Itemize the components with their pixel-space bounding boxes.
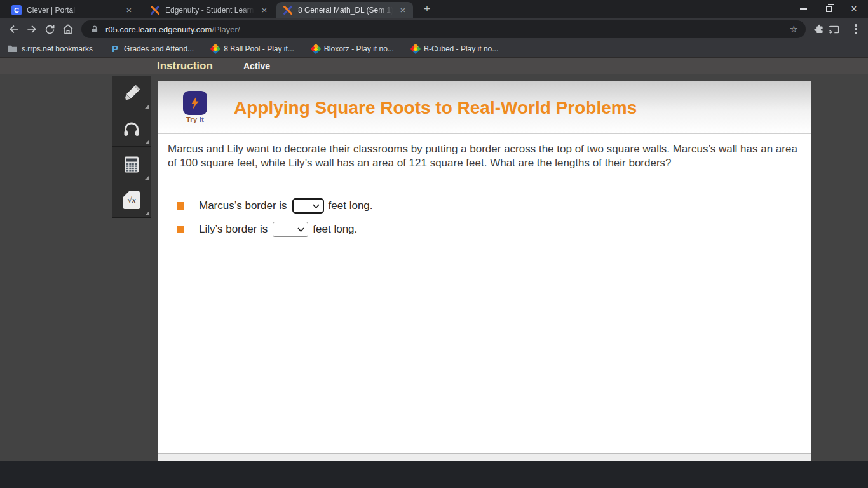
address-bar[interactable]: r05.core.learn.edgenuity.com/Player/ ☆ xyxy=(81,20,806,38)
bookmark-label: Grades and Attend... xyxy=(124,44,194,53)
bookmark-label: 8 Ball Pool - Play it... xyxy=(224,44,294,53)
bookmark-label: B-Cubed - Play it no... xyxy=(424,44,498,53)
back-button[interactable] xyxy=(5,20,23,38)
lesson-title: Applying Square Roots to Real-World Prob… xyxy=(234,98,637,118)
restore-icon xyxy=(826,6,832,12)
window-controls: × xyxy=(790,0,867,18)
close-icon: × xyxy=(851,4,857,14)
bookmark-label: Bloxorz - Play it no... xyxy=(324,44,394,53)
forward-icon xyxy=(25,23,38,36)
answer-row-marcus: Marcus’s border is feet long. xyxy=(177,198,373,214)
home-icon xyxy=(62,23,74,36)
lock-icon xyxy=(90,24,99,34)
instruction-label: Instruction xyxy=(157,60,213,72)
bookmark-label: s.rrps.net bookmarks xyxy=(22,44,93,53)
coolmath-icon xyxy=(310,43,321,54)
cast-icon xyxy=(828,24,840,36)
expand-corner-icon xyxy=(145,175,149,180)
url-path: /Player/ xyxy=(212,25,240,34)
answer-suffix: feet long. xyxy=(313,223,357,236)
edgenuity-player-page: Instruction Active xyxy=(0,57,868,461)
bullet-square-icon xyxy=(177,226,184,233)
folder-icon xyxy=(8,44,17,53)
tryit-label: Try It xyxy=(182,116,208,123)
browser-menu-button[interactable] xyxy=(847,20,865,38)
new-tab-button[interactable]: + xyxy=(420,3,434,17)
question-text: Marcus and Lily want to decorate their c… xyxy=(168,142,798,170)
edgenuity-favicon-icon xyxy=(150,5,160,15)
expand-corner-icon xyxy=(145,140,149,144)
marcus-answer-dropdown[interactable] xyxy=(292,198,324,214)
tryit-word2: It xyxy=(200,116,204,123)
bookmark-bloxorz[interactable]: Bloxorz - Play it no... xyxy=(312,44,394,53)
tab-title: 8 General Math_DL (Sem 1) PS:1 xyxy=(298,6,393,15)
answer-row-lily: Lily’s border is feet long. xyxy=(177,222,357,237)
highlighter-tool-button[interactable] xyxy=(112,76,151,111)
tab-close-icon[interactable]: × xyxy=(398,5,408,15)
bookmark-8ballpool[interactable]: 8 Ball Pool - Play it... xyxy=(212,44,294,53)
bookmarks-bar: s.rrps.net bookmarks P Grades and Attend… xyxy=(0,41,868,57)
tab-strip: C Clever | Portal × Edgenuity - Student … xyxy=(0,0,868,18)
clever-favicon-icon: C xyxy=(11,5,22,15)
lesson-content-card: Try It Applying Square Roots to Real-Wor… xyxy=(158,81,811,453)
tab-edgenuity-portal[interactable]: Edgenuity - Student Learning Ex × xyxy=(144,2,275,18)
chevron-down-icon xyxy=(313,204,320,208)
answer-prefix: Lily’s border is xyxy=(199,223,268,236)
coolmath-icon xyxy=(210,43,221,54)
bookmark-folder-srrps[interactable]: s.rrps.net bookmarks xyxy=(8,44,93,53)
player-nav-bar: Instruction Active xyxy=(0,57,868,74)
tryit-badge: Try It xyxy=(182,91,208,123)
edgenuity-favicon-icon xyxy=(283,5,293,15)
formula-tool-button[interactable]: √x xyxy=(112,182,151,218)
tab-close-icon[interactable]: × xyxy=(259,5,269,15)
chromeos-shelf: D 3 5:07 xyxy=(0,461,868,488)
tab-title: Edgenuity - Student Learning Ex xyxy=(165,6,254,15)
bullet-square-icon xyxy=(177,202,184,210)
tryit-word1: Try xyxy=(186,116,197,123)
back-icon xyxy=(8,23,20,36)
browser-toolbar: r05.core.learn.edgenuity.com/Player/ ☆ xyxy=(0,18,868,41)
tab-clever-portal[interactable]: C Clever | Portal × xyxy=(5,2,139,18)
chevron-down-icon xyxy=(297,227,304,232)
lightning-bolt-icon xyxy=(187,95,203,111)
forward-button[interactable] xyxy=(23,20,41,38)
close-window-button[interactable]: × xyxy=(841,0,867,18)
restore-button[interactable] xyxy=(816,0,841,18)
reload-icon xyxy=(44,24,56,36)
tryit-bolt-badge xyxy=(183,91,207,115)
tab-divider xyxy=(142,5,142,14)
calculator-tool-button[interactable] xyxy=(112,147,151,182)
bookmark-star-button[interactable]: ☆ xyxy=(790,24,798,35)
formula-sqrt-icon: √x xyxy=(123,191,140,209)
tab-title: Clever | Portal xyxy=(27,6,119,15)
audio-tool-button[interactable] xyxy=(112,111,151,147)
url-text: r05.core.learn.edgenuity.com/Player/ xyxy=(105,25,240,34)
minimize-icon xyxy=(800,8,807,10)
lesson-header: Try It Applying Square Roots to Real-Wor… xyxy=(158,81,811,134)
answer-suffix: feet long. xyxy=(329,200,373,212)
answer-prefix: Marcus’s border is xyxy=(199,200,287,212)
active-status-label: Active xyxy=(243,61,270,71)
highlighter-icon xyxy=(122,84,141,103)
minimize-button[interactable] xyxy=(790,0,816,18)
reload-button[interactable] xyxy=(41,20,58,38)
player-footer-strip xyxy=(158,453,811,461)
lily-answer-dropdown[interactable] xyxy=(273,222,308,237)
calculator-icon xyxy=(122,155,141,174)
headphones-icon xyxy=(122,119,141,139)
bookmark-bcubed[interactable]: B-Cubed - Play it no... xyxy=(412,44,498,53)
expand-corner-icon xyxy=(145,104,149,109)
expand-corner-icon xyxy=(145,211,149,215)
page-fold xyxy=(123,191,129,197)
three-dot-menu-icon xyxy=(855,24,857,34)
home-button[interactable] xyxy=(59,20,77,38)
tool-palette: √x xyxy=(112,76,151,218)
coolmath-icon xyxy=(410,43,421,54)
tab-close-icon[interactable]: × xyxy=(124,5,134,15)
cast-button[interactable] xyxy=(825,20,843,38)
screen: C Clever | Portal × Edgenuity - Student … xyxy=(0,0,868,488)
extensions-puzzle-icon xyxy=(813,24,825,35)
bookmark-grades[interactable]: P Grades and Attend... xyxy=(111,44,194,54)
url-domain: r05.core.learn.edgenuity.com xyxy=(105,25,212,34)
tab-general-math-active[interactable]: 8 General Math_DL (Sem 1) PS:1 × xyxy=(276,2,413,18)
